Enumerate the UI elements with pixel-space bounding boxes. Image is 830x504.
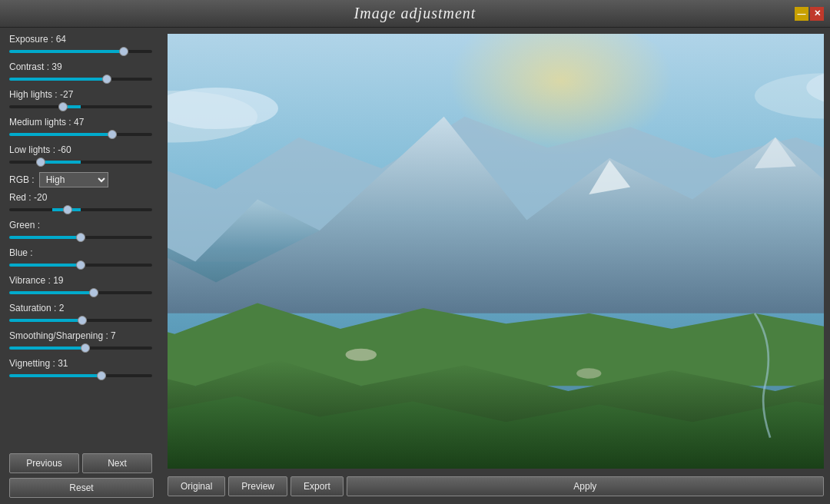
contrast-slider[interactable] (9, 78, 152, 81)
blue-row: Blue : (9, 247, 152, 270)
contrast-label: Contrast : 39 (9, 61, 152, 72)
green-label: Green : (9, 220, 152, 230)
medium-lights-slider[interactable] (9, 133, 152, 136)
red-label: Red : -20 (9, 192, 152, 203)
saturation-label: Saturation : 2 (9, 303, 152, 313)
green-row: Green : (9, 220, 152, 243)
low-lights-slider[interactable] (9, 161, 152, 164)
exposure-row: Exposure : 64 (9, 34, 152, 57)
original-button[interactable]: Original (168, 476, 225, 496)
smoothing-label: Smoothing/Sharpening : 7 (9, 330, 152, 341)
left-panel: Exposure : 64 Contrast : 39 High lights … (0, 28, 161, 504)
blue-label: Blue : (9, 247, 152, 258)
saturation-slider[interactable] (9, 319, 152, 322)
exposure-slider-container (9, 46, 152, 57)
saturation-slider-container (9, 315, 152, 326)
blue-slider-container (9, 260, 152, 270)
low-lights-label: Low lights : -60 (9, 144, 152, 155)
rgb-label: RGB : (9, 174, 35, 185)
nav-buttons: Previous Next (9, 449, 152, 473)
vignetting-row: Vignetting : 31 (9, 358, 152, 381)
reset-button[interactable]: Reset (9, 478, 154, 498)
smoothing-row: Smoothing/Sharpening : 7 (9, 330, 152, 353)
vibrance-slider-container (9, 287, 152, 298)
export-button[interactable]: Export (290, 476, 344, 496)
image-controls: Original Preview Export Apply (168, 475, 824, 498)
mountain-image (168, 34, 824, 469)
image-area (168, 34, 824, 469)
preview-button[interactable]: Preview (228, 476, 287, 496)
vibrance-slider[interactable] (9, 291, 152, 294)
saturation-row: Saturation : 2 (9, 303, 152, 326)
vignetting-label: Vignetting : 31 (9, 358, 152, 369)
highlights-row: High lights : -27 (9, 89, 152, 112)
svg-point-10 (346, 349, 377, 361)
svg-point-11 (576, 368, 601, 378)
smoothing-slider-container (9, 343, 152, 353)
vignetting-slider[interactable] (9, 374, 152, 377)
minimize-button[interactable]: — (795, 7, 808, 21)
contrast-row: Contrast : 39 (9, 61, 152, 85)
exposure-slider[interactable] (9, 50, 152, 53)
highlights-slider-container (9, 101, 152, 112)
blue-slider[interactable] (9, 264, 152, 267)
exposure-label: Exposure : 64 (9, 34, 152, 45)
medium-lights-row: Medium lights : 47 (9, 117, 152, 140)
apply-button[interactable]: Apply (347, 476, 824, 496)
previous-button[interactable]: Previous (9, 453, 79, 473)
right-panel: Original Preview Export Apply (161, 28, 830, 504)
red-row: Red : -20 (9, 192, 152, 215)
contrast-slider-container (9, 74, 152, 85)
rgb-row: RGB : High Medium Low (9, 172, 152, 187)
vignetting-slider-container (9, 370, 152, 381)
main-layout: Exposure : 64 Contrast : 39 High lights … (0, 28, 830, 504)
title-bar: Image adjustment — ✕ (0, 0, 830, 28)
highlights-label: High lights : -27 (9, 89, 152, 100)
low-lights-slider-container (9, 157, 152, 167)
app-title: Image adjustment (354, 5, 476, 22)
vibrance-row: Vibrance : 19 (9, 275, 152, 298)
green-slider-container (9, 232, 152, 243)
rgb-select[interactable]: High Medium Low (39, 172, 108, 187)
next-button[interactable]: Next (82, 453, 152, 473)
vibrance-label: Vibrance : 19 (9, 275, 152, 286)
low-lights-row: Low lights : -60 (9, 144, 152, 167)
medium-lights-slider-container (9, 129, 152, 140)
close-button[interactable]: ✕ (810, 7, 824, 21)
red-slider[interactable] (9, 208, 152, 211)
red-slider-container (9, 204, 152, 215)
smoothing-slider[interactable] (9, 346, 152, 350)
window-controls: — ✕ (795, 7, 824, 21)
highlights-slider[interactable] (9, 105, 152, 108)
green-slider[interactable] (9, 236, 152, 239)
medium-lights-label: Medium lights : 47 (9, 117, 152, 128)
